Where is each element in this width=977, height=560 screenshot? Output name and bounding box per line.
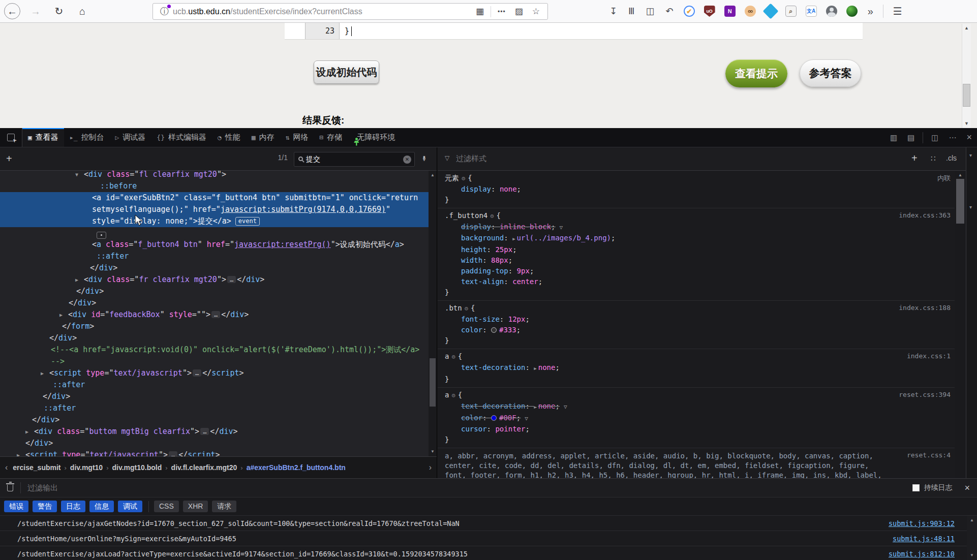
css-declaration[interactable]: padding-top: 9px; (438, 266, 955, 276)
markup-row[interactable]: <!--<a href="javascript:void(0)" onclick… (0, 344, 429, 356)
clear-search-icon[interactable]: ✕ (403, 155, 411, 164)
tab-内存[interactable]: ▦内存 (246, 128, 280, 147)
forward-icon[interactable]: → (27, 3, 44, 19)
css-declaration[interactable]: background: ▶url(../images/b_4.png); (438, 233, 955, 244)
console-source-link[interactable]: submit.js:812:10 (889, 546, 955, 560)
add-node-icon[interactable]: + (6, 153, 12, 164)
console-filter-日志[interactable]: 日志 (61, 501, 85, 512)
site-info-icon[interactable]: ⓘ (160, 6, 169, 17)
overflow-chevron-icon[interactable]: » (868, 6, 873, 17)
markup-row[interactable]: ::after (0, 379, 429, 391)
color-swatch[interactable] (491, 327, 497, 333)
scroll-down-icon[interactable]: ▼ (962, 119, 971, 128)
set-initial-code-button[interactable]: 设成初始代码 (314, 60, 379, 84)
tab-查看器[interactable]: ▣查看器 (22, 128, 64, 147)
rule-source-link[interactable]: reset.css:394 (899, 391, 951, 398)
reference-answer-button[interactable]: 参考答案 (800, 59, 861, 87)
css-declaration[interactable]: display: inline-block;▽ (438, 222, 955, 233)
css-declaration[interactable]: color: #333; (438, 325, 955, 335)
tab-无障碍环境[interactable]: 无障碍环境 (348, 128, 401, 147)
bookmark-star-icon[interactable]: ☆ (532, 6, 540, 17)
markup-row[interactable]: ▶<div class="buttom mgtBig clearfix">…</… (0, 426, 429, 438)
rule-selector[interactable]: a (445, 391, 449, 399)
css-declaration[interactable]: width: 88px; (438, 255, 955, 266)
filter-styles-input[interactable]: 过滤样式 (456, 154, 486, 164)
expand-arrow-icon[interactable]: ▶ (59, 309, 63, 321)
css-declaration[interactable]: text-decoration: ▶none; (438, 362, 955, 374)
rule-source-link[interactable]: 内联 (937, 174, 951, 183)
console-filter-XHR[interactable]: XHR (183, 501, 208, 512)
page-actions-icon[interactable]: ••• (498, 8, 506, 15)
extension-onenote-icon[interactable]: N (724, 6, 736, 17)
markup-row[interactable]: </form> (0, 321, 429, 332)
rule-selector[interactable]: .f_button4 (445, 211, 487, 220)
css-rule[interactable]: index.css:363.f_button4⚙{display: inline… (438, 208, 955, 301)
event-badge[interactable]: event (235, 217, 260, 226)
rule-source-link[interactable]: reset.css:4 (907, 451, 951, 459)
extension-face-icon[interactable]: oo (745, 6, 756, 17)
markup-row[interactable]: ▼<div class="fl clearfix mgt20"> (0, 171, 429, 180)
markup-row[interactable]: ::after (0, 402, 429, 414)
scroll-up-icon[interactable]: ▲ (429, 172, 437, 179)
css-declaration[interactable]: text-decoration: ▶none;▽ (438, 401, 955, 413)
reload-icon[interactable]: ↻ (51, 3, 67, 19)
markup-row[interactable]: --> (0, 356, 429, 367)
node-ellipsis-badge[interactable]: … (193, 369, 201, 377)
scroll-up-icon[interactable]: ▲ (967, 517, 977, 524)
rule-gear-icon[interactable]: ⚙ (451, 392, 455, 399)
console-filter-错误[interactable]: 错误 (4, 501, 28, 512)
toggle-classes-button[interactable]: .cls (946, 154, 957, 162)
extension-check-icon[interactable]: ✔ (684, 6, 695, 17)
markup-row[interactable]: </div> (0, 438, 429, 449)
pseudo-class-icon[interactable]: ∷ (931, 154, 936, 163)
pick-element-icon[interactable]: ➤ (0, 128, 22, 147)
hamburger-menu-icon[interactable]: ☰ (893, 5, 902, 17)
console-source-link[interactable]: submit.js:903:12 (889, 516, 955, 531)
css-rule[interactable]: index.css:1a⚙{text-decoration: ▶none;} (438, 349, 955, 388)
console-message[interactable]: /studentExercise/ajaxGetNodes?id=17670_s… (0, 516, 967, 531)
markup-row[interactable]: <a class="f_button4 btn" href="javascrip… (0, 239, 429, 251)
scrollbar-thumb[interactable] (956, 179, 964, 224)
scroll-down-icon[interactable]: ▼ (429, 448, 437, 455)
persist-logs-checkbox[interactable] (912, 484, 920, 491)
rule-selector[interactable]: a (445, 352, 449, 360)
clear-console-icon[interactable] (7, 485, 13, 491)
scroll-down-icon[interactable]: ▼ (967, 552, 977, 559)
css-declaration[interactable]: height: 25px; (438, 244, 955, 255)
css-rule[interactable]: reset.css:394a⚙{text-decoration: ▶none;▽… (438, 388, 955, 448)
extension-ublock-icon[interactable]: uO (704, 6, 715, 17)
expand-arrow-icon[interactable]: ▶ (25, 426, 28, 438)
notes-tool-icon[interactable]: ▤ (907, 133, 914, 142)
markup-row[interactable]: ▶<script type="text/javascript">…</scrip… (0, 367, 429, 379)
css-declaration[interactable]: text-align: center; (438, 276, 955, 287)
rule-selector[interactable]: 元素 (445, 174, 459, 182)
rule-selector[interactable]: .btn (445, 304, 462, 312)
css-declaration[interactable]: cursor: pointer; (438, 424, 955, 434)
console-source-link[interactable]: submit.js:48:11 (893, 531, 955, 546)
breadcrumb-item[interactable]: div.mgt10 (70, 463, 103, 472)
markup-row[interactable]: </div> (0, 286, 429, 297)
console-filter-警告[interactable]: 警告 (33, 501, 57, 512)
console-close-icon[interactable]: × (964, 483, 970, 493)
css-declaration[interactable]: display: none; (438, 184, 955, 195)
expand-arrow-icon[interactable]: ▶ (41, 367, 44, 379)
console-scrollbar[interactable]: ▲ ▼ (967, 516, 977, 560)
breadcrumb-item[interactable]: div.fl.clearfix.mgt20 (171, 463, 237, 472)
url-bar[interactable]: ⓘ ucb.ustb.edu.cn/studentExercise/index?… (152, 3, 548, 20)
code-editor[interactable]: 23 } (285, 23, 863, 40)
view-hint-button[interactable]: 查看提示 (725, 59, 787, 87)
markup-row[interactable]: ▶<div class="fr clearfix mgt20">…</div> (0, 274, 429, 286)
markup-row[interactable]: </div> (0, 262, 429, 274)
sidebar-icon[interactable]: ◫ (646, 6, 655, 17)
tab-网络[interactable]: ⇅网络 (280, 128, 314, 147)
css-rule[interactable]: 内联元素⚙{display: none;} (438, 171, 955, 208)
expand-value-icon[interactable]: ▶ (512, 234, 515, 244)
downloads-icon[interactable]: ↧ (609, 6, 617, 17)
screenshot-icon[interactable]: ▨ (515, 6, 523, 17)
breadcrumb-item[interactable]: div.mgt10.bold (112, 463, 162, 472)
tab-存储[interactable]: ⊟存储 (314, 128, 348, 147)
markup-scrollbar[interactable]: ▲ ▼ (429, 171, 437, 456)
rule-gear-icon[interactable]: ⚙ (451, 353, 455, 360)
home-icon[interactable]: ⌂ (74, 3, 90, 19)
expand-value-icon[interactable]: ▶ (534, 363, 536, 374)
